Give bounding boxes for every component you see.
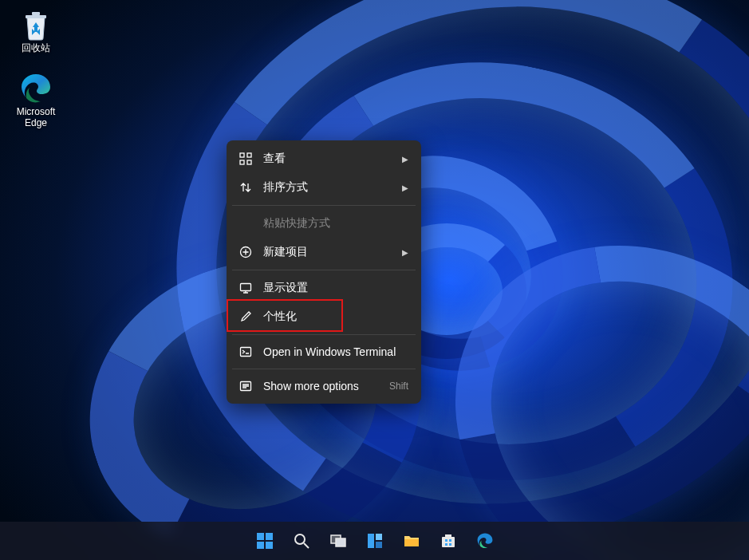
- menu-item-view[interactable]: 查看 ▶: [231, 144, 417, 173]
- svg-rect-24: [449, 539, 451, 542]
- svg-rect-12: [257, 542, 264, 549]
- menu-item-shortcut: Shift: [389, 381, 408, 392]
- menu-separator: [232, 334, 416, 335]
- svg-rect-2: [240, 153, 244, 157]
- svg-rect-17: [368, 534, 374, 548]
- svg-rect-1: [32, 12, 40, 15]
- svg-rect-18: [376, 534, 382, 540]
- more-options-icon: [239, 380, 252, 392]
- svg-rect-10: [257, 533, 264, 540]
- menu-item-sort[interactable]: 排序方式 ▶: [231, 173, 417, 202]
- menu-item-show-more-options[interactable]: Show more options Shift: [231, 373, 417, 400]
- svg-rect-20: [404, 539, 419, 546]
- svg-rect-16: [336, 538, 345, 546]
- menu-item-label: 新建项目: [263, 245, 308, 259]
- svg-rect-3: [247, 153, 251, 157]
- edge-icon: [19, 72, 53, 105]
- desktop-icon-microsoft-edge[interactable]: Microsoft Edge: [6, 70, 65, 131]
- file-explorer-button[interactable]: [396, 525, 428, 557]
- svg-rect-22: [445, 534, 451, 537]
- task-view-button[interactable]: [322, 525, 354, 557]
- menu-separator: [232, 270, 416, 270]
- menu-item-label: 粘贴快捷方式: [263, 216, 330, 231]
- svg-rect-7: [241, 284, 251, 291]
- menu-item-personalize[interactable]: 个性化: [231, 302, 417, 331]
- svg-rect-13: [266, 542, 273, 549]
- menu-item-label: 查看: [263, 152, 286, 166]
- svg-rect-26: [449, 543, 451, 546]
- svg-rect-8: [241, 348, 251, 357]
- svg-rect-5: [247, 160, 251, 164]
- desktop-icon-recycle-bin[interactable]: 回收站: [6, 6, 65, 56]
- menu-item-label: 个性化: [263, 310, 297, 324]
- menu-item-open-terminal[interactable]: Open in Windows Terminal: [231, 338, 417, 365]
- microsoft-store-button[interactable]: [432, 525, 464, 557]
- menu-item-label: 显示设置: [263, 281, 308, 295]
- plus-circle-icon: [239, 246, 252, 258]
- svg-rect-0: [26, 15, 46, 18]
- sort-arrows-icon: [239, 181, 252, 194]
- menu-item-new[interactable]: 新建项目 ▶: [231, 238, 417, 266]
- chevron-right-icon: ▶: [402, 248, 408, 257]
- edge-taskbar-button[interactable]: [469, 525, 501, 557]
- view-grid-icon: [239, 152, 252, 165]
- svg-rect-4: [240, 160, 244, 164]
- menu-separator: [232, 205, 416, 206]
- menu-item-label: Open in Windows Terminal: [263, 345, 396, 358]
- svg-rect-23: [445, 539, 447, 542]
- svg-rect-21: [442, 537, 455, 547]
- widgets-button[interactable]: [359, 525, 391, 557]
- menu-item-label: Show more options: [263, 380, 359, 392]
- svg-point-14: [295, 534, 305, 544]
- menu-item-label: 排序方式: [263, 180, 308, 195]
- svg-rect-11: [266, 533, 273, 540]
- desktop-context-menu: 查看 ▶ 排序方式 ▶ 粘贴快捷方式 新建项目 ▶ 显示设置 个性化: [227, 140, 421, 404]
- display-icon: [239, 282, 252, 294]
- chevron-right-icon: ▶: [402, 155, 408, 164]
- menu-item-paste-shortcut: 粘贴快捷方式: [231, 209, 417, 238]
- taskbar: [0, 522, 749, 560]
- menu-item-display-settings[interactable]: 显示设置: [231, 274, 417, 302]
- svg-rect-25: [445, 543, 447, 546]
- start-button[interactable]: [249, 525, 281, 557]
- desktop-icon-label: Microsoft Edge: [17, 107, 56, 129]
- recycle-bin-icon: [19, 8, 53, 41]
- menu-separator: [232, 369, 416, 369]
- search-button[interactable]: [286, 525, 317, 557]
- brush-icon: [239, 310, 252, 323]
- svg-rect-19: [376, 542, 382, 548]
- desktop-icon-label: 回收站: [22, 43, 50, 54]
- chevron-right-icon: ▶: [402, 183, 408, 192]
- terminal-icon: [239, 345, 252, 358]
- blank-icon: [239, 217, 252, 230]
